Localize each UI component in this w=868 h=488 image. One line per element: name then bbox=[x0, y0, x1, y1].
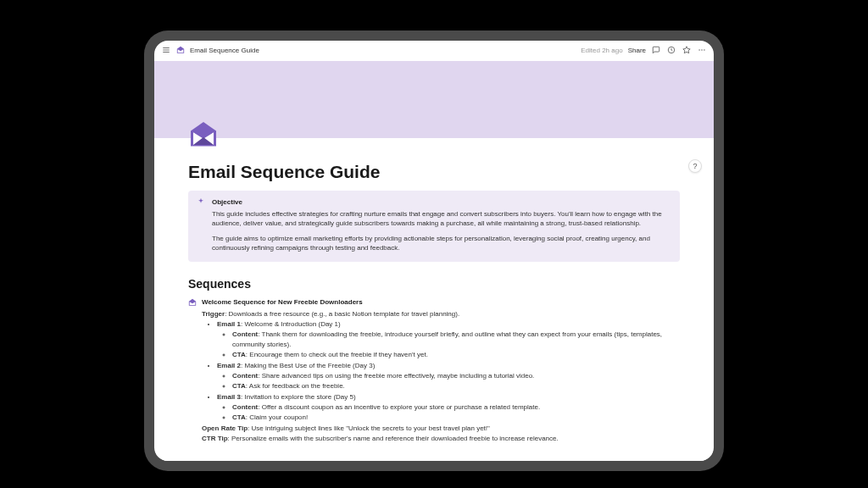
trigger-line: Trigger: Downloads a free resource (e.g.… bbox=[202, 309, 680, 319]
email-item: Email 3: Invitation to explore the store… bbox=[217, 392, 680, 423]
emails-list: Email 1: Welcome & Introduction (Day 1) … bbox=[202, 319, 680, 423]
trigger-label: Trigger bbox=[202, 310, 225, 318]
email-content-line: Content: Share advanced tips on using th… bbox=[232, 371, 680, 381]
email-cta-line: CTA: Encourage them to check out the fre… bbox=[232, 350, 680, 360]
objective-label: Objective bbox=[212, 197, 671, 208]
sparkle-icon bbox=[197, 197, 205, 253]
objective-paragraph-1: This guide includes effective strategies… bbox=[212, 209, 671, 229]
page-icon-envelope-open-icon[interactable] bbox=[188, 119, 219, 150]
objective-paragraph-2: The guide aims to optimize email marketi… bbox=[212, 234, 671, 253]
breadcrumb-title[interactable]: Email Sequence Guide bbox=[190, 47, 259, 54]
share-button[interactable]: Share bbox=[628, 47, 646, 54]
topbar-left: Email Sequence Guide bbox=[161, 45, 259, 55]
email-cta-line: CTA: Claim your coupon! bbox=[232, 413, 680, 423]
page-cover[interactable] bbox=[154, 61, 714, 138]
email-heading-label: Email 3 bbox=[217, 393, 241, 401]
envelope-open-icon bbox=[188, 298, 197, 307]
email-item: Email 1: Welcome & Introduction (Day 1) … bbox=[217, 319, 680, 360]
last-edited: Edited 2h ago bbox=[581, 47, 622, 54]
trigger-text: : Downloads a free resource (e.g., a bas… bbox=[225, 310, 459, 318]
menu-icon[interactable] bbox=[161, 45, 171, 55]
sequences-heading: Sequences bbox=[188, 277, 680, 291]
email-heading-label: Email 1 bbox=[217, 320, 241, 328]
email-content-line: Content: Thank them for downloading the … bbox=[232, 330, 680, 350]
star-icon[interactable] bbox=[682, 45, 692, 55]
topbar: Email Sequence Guide Edited 2h ago Share bbox=[154, 41, 714, 61]
comments-icon[interactable] bbox=[651, 45, 661, 55]
email-item: Email 2: Making the Best Use of the Free… bbox=[217, 361, 680, 391]
page-title: Email Sequence Guide bbox=[188, 162, 680, 182]
email-heading-label: Email 2 bbox=[217, 362, 241, 369]
objective-callout: Objective This guide includes effective … bbox=[188, 191, 680, 262]
clock-icon[interactable] bbox=[666, 45, 676, 55]
envelope-open-icon bbox=[176, 46, 185, 54]
email-content-line: Content: Offer a discount coupon as an i… bbox=[232, 402, 680, 413]
ctr-tip: CTR Tip: Personalize emails with the sub… bbox=[202, 434, 680, 444]
app-window: Email Sequence Guide Edited 2h ago Share bbox=[154, 41, 714, 461]
email-heading-rest: : Making the Best Use of the Freebie (Da… bbox=[241, 362, 375, 369]
email-cta-line: CTA: Ask for feedback on the freebie. bbox=[232, 381, 680, 391]
svg-point-5 bbox=[698, 50, 699, 51]
objective-body: Objective This guide includes effective … bbox=[212, 197, 671, 253]
help-button[interactable]: ? bbox=[688, 159, 702, 173]
tablet-frame: Email Sequence Guide Edited 2h ago Share bbox=[144, 30, 724, 471]
svg-point-6 bbox=[701, 50, 702, 51]
svg-point-7 bbox=[704, 50, 704, 51]
topbar-right: Edited 2h ago Share bbox=[581, 45, 707, 55]
email-heading-rest: : Welcome & Introduction (Day 1) bbox=[241, 320, 341, 328]
email-heading-rest: : Invitation to explore the store (Day 5… bbox=[241, 393, 356, 401]
sequence-title: Welcome Sequence for New Freebie Downloa… bbox=[202, 297, 363, 308]
open-rate-tip: Open Rate Tip: Use intriguing subject li… bbox=[202, 424, 680, 434]
svg-marker-4 bbox=[683, 47, 690, 53]
page-body: Email Sequence Guide Objective This guid… bbox=[154, 138, 714, 461]
sequence-header: Welcome Sequence for New Freebie Downloa… bbox=[188, 297, 680, 308]
sequence-block: Welcome Sequence for New Freebie Downloa… bbox=[188, 297, 680, 444]
more-icon[interactable] bbox=[697, 45, 707, 55]
sequence-content: Trigger: Downloads a free resource (e.g.… bbox=[188, 309, 680, 444]
